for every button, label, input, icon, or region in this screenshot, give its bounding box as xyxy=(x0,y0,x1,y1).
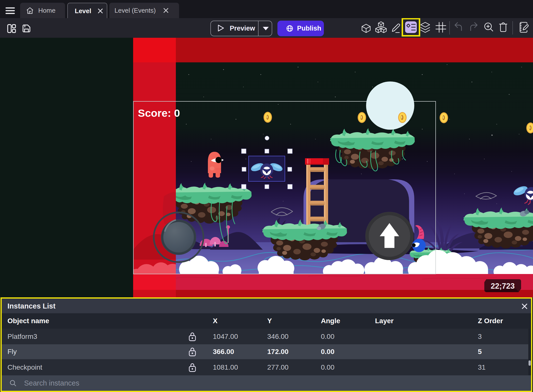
svg-text:Score: 0: Score: 0 xyxy=(138,107,180,119)
svg-text:22;723: 22;723 xyxy=(491,282,515,290)
